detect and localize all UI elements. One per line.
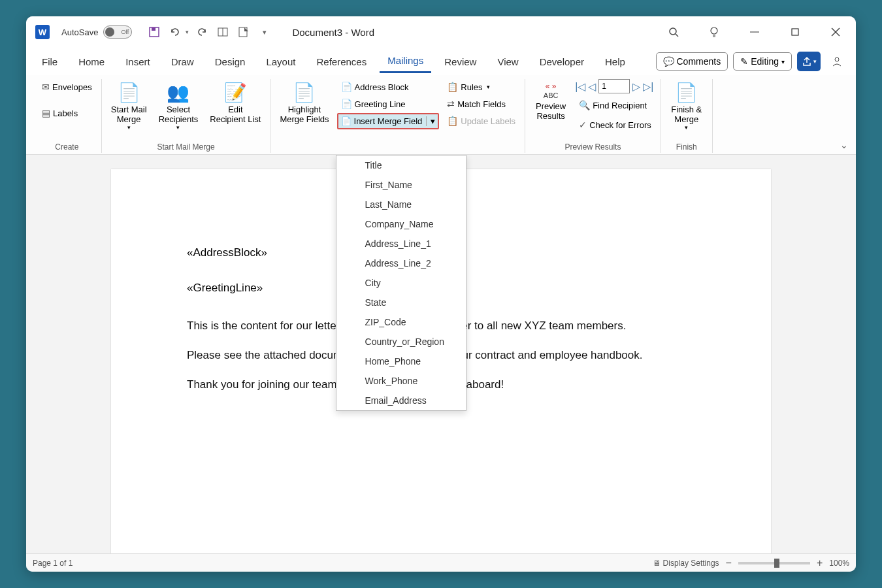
greeting-line-button[interactable]: 📄Greeting Line <box>337 96 440 112</box>
merge-field-item[interactable]: Title <box>336 155 466 175</box>
merge-field-item[interactable]: ZIP_Code <box>336 312 466 332</box>
editing-mode-button[interactable]: ✎Editing▾ <box>733 52 792 71</box>
merge-field-item[interactable]: Email_Address <box>336 391 466 410</box>
chevron-down-icon[interactable]: ▾ <box>426 116 435 126</box>
tab-insert[interactable]: Insert <box>118 51 158 73</box>
find-recipient-button[interactable]: 🔍Find Recipient <box>575 97 655 113</box>
find-icon: 🔍 <box>579 100 590 110</box>
tab-review[interactable]: Review <box>436 51 484 73</box>
qat-icon-1[interactable] <box>215 24 231 40</box>
tab-draw[interactable]: Draw <box>163 51 202 73</box>
check-icon: ✓ <box>579 120 587 130</box>
doc-icon: 📄 <box>341 82 352 92</box>
autosave-toggle[interactable]: Off <box>103 25 132 39</box>
qat-customize[interactable]: ▾ <box>257 24 272 40</box>
autosave-label: AutoSave <box>61 27 98 37</box>
title-bar: AutoSave Off ▾ ▾ Document3 - Word <box>26 16 856 48</box>
labels-button[interactable]: ▤Labels <box>38 105 96 121</box>
group-write-insert: 📄Highlight Merge Fields 📄Address Block 📄… <box>270 79 525 153</box>
merge-field-item[interactable]: Address_Line_1 <box>336 234 466 253</box>
finish-icon: 📄 <box>675 82 698 103</box>
chevron-down-icon: ▾ <box>781 58 785 65</box>
zoom-slider[interactable] <box>738 562 810 564</box>
tab-help[interactable]: Help <box>597 51 633 73</box>
document-area[interactable]: «AddressBlock» «GreetingLine» This is th… <box>26 155 856 553</box>
merge-field-item[interactable]: State <box>336 293 466 312</box>
doc-icon: 📄 <box>341 99 352 109</box>
record-number-input[interactable] <box>598 79 630 93</box>
idea-icon[interactable] <box>703 21 725 43</box>
merge-field-item[interactable]: Home_Phone <box>336 351 466 371</box>
merge-field-item[interactable]: Work_Phone <box>336 371 466 391</box>
tab-file[interactable]: File <box>34 51 65 73</box>
group-start-merge: 📄Start Mail Merge▾ 👥Select Recipients▾ 📝… <box>102 79 271 153</box>
merge-field-dropdown: TitleFirst_NameLast_NameCompany_NameAddr… <box>336 155 466 411</box>
svg-rect-11 <box>792 29 798 35</box>
tab-developer[interactable]: Developer <box>532 51 592 73</box>
minimize-button[interactable] <box>743 21 766 43</box>
svg-point-14 <box>835 57 839 61</box>
envelope-icon: ✉ <box>42 82 50 92</box>
preview-results-button[interactable]: « »ABCPreview Results <box>531 79 571 123</box>
qat-icon-2[interactable] <box>236 24 252 40</box>
match-icon: ⇄ <box>447 99 455 109</box>
first-record-button[interactable]: |◁ <box>575 80 585 93</box>
maximize-button[interactable] <box>784 21 806 43</box>
finish-merge-button[interactable]: 📄Finish & Merge▾ <box>666 79 707 133</box>
svg-rect-4 <box>239 27 247 37</box>
ribbon: ✉Envelopes ▤Labels Create 📄Start Mail Me… <box>26 75 856 155</box>
highlight-merge-fields-button[interactable]: 📄Highlight Merge Fields <box>276 79 333 127</box>
svg-rect-1 <box>152 27 155 31</box>
rules-button[interactable]: 📋Rules▾ <box>443 79 519 95</box>
prev-record-button[interactable]: ◁ <box>588 80 596 93</box>
doc-mail-icon: 📄 <box>118 82 140 103</box>
collapse-ribbon-button[interactable]: ⌄ <box>840 140 848 150</box>
comments-button[interactable]: 💬Comments <box>656 52 728 71</box>
select-recipients-button[interactable]: 👥Select Recipients▾ <box>155 79 203 133</box>
merge-field-item[interactable]: Company_Name <box>336 214 466 234</box>
merge-field-item[interactable]: Country_or_Region <box>336 332 466 351</box>
close-button[interactable] <box>825 21 847 43</box>
insert-merge-field-button[interactable]: 📄 Insert Merge Field ▾ <box>337 113 440 129</box>
merge-field-item[interactable]: Last_Name <box>336 195 466 214</box>
tab-home[interactable]: Home <box>71 51 112 73</box>
zoom-level[interactable]: 100% <box>829 559 849 568</box>
undo-button[interactable] <box>167 24 183 40</box>
match-fields-button[interactable]: ⇄Match Fields <box>443 96 519 112</box>
start-mail-merge-button[interactable]: 📄Start Mail Merge▾ <box>107 79 151 133</box>
tab-references[interactable]: References <box>308 51 374 73</box>
doc-field-icon: 📄 <box>341 116 351 126</box>
page-indicator[interactable]: Page 1 of 1 <box>33 559 73 568</box>
zoom-out-button[interactable]: − <box>726 557 732 569</box>
display-settings-button[interactable]: 🖥Display Settings <box>653 559 719 568</box>
group-finish: 📄Finish & Merge▾ Finish <box>661 79 713 153</box>
merge-field-item[interactable]: First_Name <box>336 175 466 195</box>
tab-view[interactable]: View <box>489 51 526 73</box>
account-icon[interactable] <box>826 50 848 73</box>
tab-design[interactable]: Design <box>207 51 253 73</box>
document-title: Document3 - Word <box>292 27 662 38</box>
envelopes-button[interactable]: ✉Envelopes <box>38 79 96 95</box>
edit-recipient-list-button[interactable]: 📝Edit Recipient List <box>206 79 265 127</box>
tab-mailings[interactable]: Mailings <box>380 50 431 73</box>
redo-button[interactable] <box>194 24 210 40</box>
zoom-in-button[interactable]: + <box>817 557 823 569</box>
abc-icon: « »ABC <box>544 82 559 100</box>
last-record-button[interactable]: ▷| <box>643 80 653 93</box>
search-icon[interactable] <box>662 21 685 43</box>
merge-field-item[interactable]: Address_Line_2 <box>336 253 466 273</box>
share-button[interactable]: ▾ <box>797 52 821 71</box>
highlight-icon: 📄 <box>293 82 316 103</box>
save-button[interactable] <box>146 24 162 40</box>
tab-layout[interactable]: Layout <box>258 51 303 73</box>
next-record-button[interactable]: ▷ <box>632 80 640 93</box>
monitor-icon: 🖥 <box>653 559 661 568</box>
group-create: ✉Envelopes ▤Labels Create <box>33 79 102 153</box>
address-block-button[interactable]: 📄Address Block <box>337 79 440 95</box>
check-errors-button[interactable]: ✓Check for Errors <box>575 117 655 133</box>
update-icon: 📋 <box>447 116 458 126</box>
undo-dropdown[interactable]: ▾ <box>186 29 189 35</box>
svg-point-7 <box>711 27 717 34</box>
status-bar: Page 1 of 1 🖥Display Settings − + 100% <box>26 553 856 572</box>
merge-field-item[interactable]: City <box>336 273 466 293</box>
